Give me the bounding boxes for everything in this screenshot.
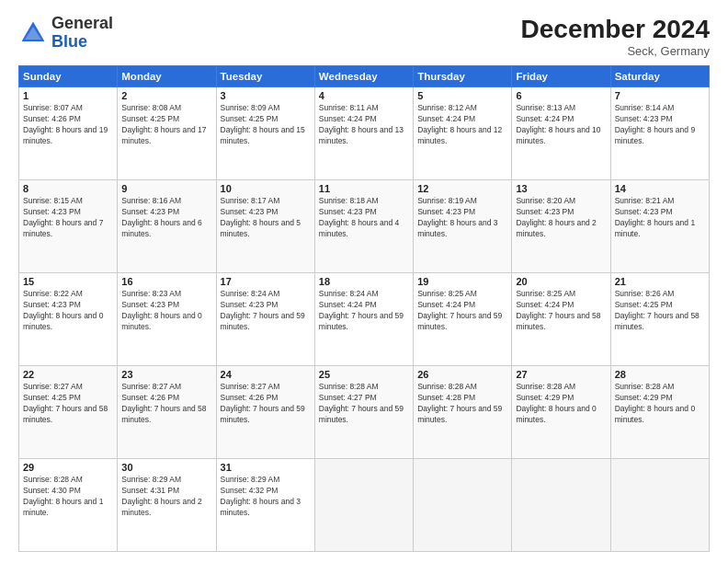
day-detail: Sunrise: 8:07 AMSunset: 4:26 PMDaylight:… — [23, 103, 113, 147]
day-detail: Sunrise: 8:28 AMSunset: 4:27 PMDaylight:… — [319, 382, 409, 426]
day-detail: Sunrise: 8:25 AMSunset: 4:24 PMDaylight:… — [516, 289, 606, 333]
day-number: 16 — [121, 276, 211, 287]
day-detail: Sunrise: 8:18 AMSunset: 4:23 PMDaylight:… — [319, 196, 409, 240]
location-subtitle: Seck, Germany — [521, 44, 710, 58]
day-number: 11 — [319, 183, 409, 194]
day-detail: Sunrise: 8:26 AMSunset: 4:25 PMDaylight:… — [615, 289, 705, 333]
day-detail: Sunrise: 8:12 AMSunset: 4:24 PMDaylight:… — [417, 103, 507, 147]
day-detail: Sunrise: 8:09 AMSunset: 4:25 PMDaylight:… — [221, 103, 311, 147]
day-number: 2 — [121, 90, 211, 101]
calendar-cell: 2 Sunrise: 8:08 AMSunset: 4:25 PMDayligh… — [118, 87, 216, 180]
day-detail: Sunrise: 8:16 AMSunset: 4:23 PMDaylight:… — [121, 196, 211, 240]
calendar-cell: 1 Sunrise: 8:07 AMSunset: 4:26 PMDayligh… — [19, 87, 118, 180]
day-detail: Sunrise: 8:28 AMSunset: 4:30 PMDaylight:… — [23, 475, 113, 519]
header: General Blue December 2024 Seck, Germany — [18, 15, 710, 58]
day-number: 26 — [417, 369, 507, 380]
col-header-monday: Monday — [118, 66, 216, 87]
day-number: 22 — [23, 369, 113, 380]
day-detail: Sunrise: 8:24 AMSunset: 4:23 PMDaylight:… — [221, 289, 311, 333]
calendar-cell: 14 Sunrise: 8:21 AMSunset: 4:23 PMDaylig… — [610, 180, 709, 273]
day-detail: Sunrise: 8:20 AMSunset: 4:23 PMDaylight:… — [516, 196, 606, 240]
day-number: 29 — [23, 462, 113, 473]
day-number: 25 — [319, 369, 409, 380]
col-header-sunday: Sunday — [19, 66, 118, 87]
day-detail: Sunrise: 8:28 AMSunset: 4:28 PMDaylight:… — [417, 382, 507, 426]
day-detail: Sunrise: 8:17 AMSunset: 4:23 PMDaylight:… — [221, 196, 311, 240]
day-number: 6 — [516, 90, 606, 101]
day-number: 31 — [221, 462, 311, 473]
day-number: 12 — [417, 183, 507, 194]
day-detail: Sunrise: 8:27 AMSunset: 4:25 PMDaylight:… — [23, 382, 113, 426]
logo-text: General Blue — [51, 15, 113, 52]
day-detail: Sunrise: 8:08 AMSunset: 4:25 PMDaylight:… — [121, 103, 211, 147]
calendar-cell: 11 Sunrise: 8:18 AMSunset: 4:23 PMDaylig… — [314, 180, 413, 273]
calendar-cell: 25 Sunrise: 8:28 AMSunset: 4:27 PMDaylig… — [314, 366, 413, 459]
col-header-saturday: Saturday — [610, 66, 709, 87]
day-number: 20 — [516, 276, 606, 287]
logo-general: General — [51, 14, 113, 32]
day-number: 27 — [516, 369, 606, 380]
day-number: 3 — [221, 90, 311, 101]
day-detail: Sunrise: 8:13 AMSunset: 4:24 PMDaylight:… — [516, 103, 606, 147]
day-detail: Sunrise: 8:23 AMSunset: 4:23 PMDaylight:… — [121, 289, 211, 333]
day-detail: Sunrise: 8:28 AMSunset: 4:29 PMDaylight:… — [516, 382, 606, 426]
calendar-header-row: SundayMondayTuesdayWednesdayThursdayFrid… — [19, 66, 710, 87]
calendar-cell — [414, 459, 512, 552]
logo-icon — [18, 18, 48, 48]
calendar-cell: 19 Sunrise: 8:25 AMSunset: 4:24 PMDaylig… — [414, 273, 512, 366]
calendar-cell: 7 Sunrise: 8:14 AMSunset: 4:23 PMDayligh… — [610, 87, 709, 180]
day-detail: Sunrise: 8:29 AMSunset: 4:32 PMDaylight:… — [221, 475, 311, 519]
calendar-cell: 3 Sunrise: 8:09 AMSunset: 4:25 PMDayligh… — [216, 87, 314, 180]
day-detail: Sunrise: 8:27 AMSunset: 4:26 PMDaylight:… — [121, 382, 211, 426]
calendar-cell — [610, 459, 709, 552]
calendar-cell: 29 Sunrise: 8:28 AMSunset: 4:30 PMDaylig… — [19, 459, 118, 552]
calendar-week-2: 8 Sunrise: 8:15 AMSunset: 4:23 PMDayligh… — [19, 180, 710, 273]
calendar-cell: 8 Sunrise: 8:15 AMSunset: 4:23 PMDayligh… — [19, 180, 118, 273]
calendar-cell: 12 Sunrise: 8:19 AMSunset: 4:23 PMDaylig… — [414, 180, 512, 273]
day-number: 30 — [121, 462, 211, 473]
day-number: 8 — [23, 183, 113, 194]
calendar-cell: 22 Sunrise: 8:27 AMSunset: 4:25 PMDaylig… — [19, 366, 118, 459]
day-detail: Sunrise: 8:14 AMSunset: 4:23 PMDaylight:… — [615, 103, 705, 147]
day-number: 15 — [23, 276, 113, 287]
title-block: December 2024 Seck, Germany — [521, 15, 710, 58]
calendar-cell: 31 Sunrise: 8:29 AMSunset: 4:32 PMDaylig… — [216, 459, 314, 552]
month-title: December 2024 — [521, 15, 710, 44]
day-detail: Sunrise: 8:21 AMSunset: 4:23 PMDaylight:… — [615, 196, 705, 240]
calendar-week-3: 15 Sunrise: 8:22 AMSunset: 4:23 PMDaylig… — [19, 273, 710, 366]
day-number: 24 — [221, 369, 311, 380]
calendar-cell — [314, 459, 413, 552]
day-detail: Sunrise: 8:19 AMSunset: 4:23 PMDaylight:… — [417, 196, 507, 240]
day-number: 23 — [121, 369, 211, 380]
day-detail: Sunrise: 8:25 AMSunset: 4:24 PMDaylight:… — [417, 289, 507, 333]
day-number: 7 — [615, 90, 705, 101]
calendar-cell: 13 Sunrise: 8:20 AMSunset: 4:23 PMDaylig… — [512, 180, 610, 273]
day-detail: Sunrise: 8:24 AMSunset: 4:24 PMDaylight:… — [319, 289, 409, 333]
day-detail: Sunrise: 8:22 AMSunset: 4:23 PMDaylight:… — [23, 289, 113, 333]
day-number: 1 — [23, 90, 113, 101]
calendar-cell: 4 Sunrise: 8:11 AMSunset: 4:24 PMDayligh… — [314, 87, 413, 180]
day-number: 5 — [417, 90, 507, 101]
day-detail: Sunrise: 8:11 AMSunset: 4:24 PMDaylight:… — [319, 103, 409, 147]
calendar-cell: 26 Sunrise: 8:28 AMSunset: 4:28 PMDaylig… — [414, 366, 512, 459]
col-header-thursday: Thursday — [414, 66, 512, 87]
calendar-cell: 5 Sunrise: 8:12 AMSunset: 4:24 PMDayligh… — [414, 87, 512, 180]
day-number: 14 — [615, 183, 705, 194]
calendar-cell — [512, 459, 610, 552]
day-number: 21 — [615, 276, 705, 287]
calendar-week-4: 22 Sunrise: 8:27 AMSunset: 4:25 PMDaylig… — [19, 366, 710, 459]
calendar-cell: 30 Sunrise: 8:29 AMSunset: 4:31 PMDaylig… — [118, 459, 216, 552]
logo-blue: Blue — [51, 32, 87, 51]
col-header-tuesday: Tuesday — [216, 66, 314, 87]
day-detail: Sunrise: 8:28 AMSunset: 4:29 PMDaylight:… — [615, 382, 705, 426]
calendar-week-5: 29 Sunrise: 8:28 AMSunset: 4:30 PMDaylig… — [19, 459, 710, 552]
col-header-friday: Friday — [512, 66, 610, 87]
day-number: 13 — [516, 183, 606, 194]
day-number: 18 — [319, 276, 409, 287]
day-detail: Sunrise: 8:29 AMSunset: 4:31 PMDaylight:… — [121, 475, 211, 519]
day-number: 10 — [221, 183, 311, 194]
calendar-cell: 10 Sunrise: 8:17 AMSunset: 4:23 PMDaylig… — [216, 180, 314, 273]
calendar-table: SundayMondayTuesdayWednesdayThursdayFrid… — [18, 65, 710, 552]
calendar-week-1: 1 Sunrise: 8:07 AMSunset: 4:26 PMDayligh… — [19, 87, 710, 180]
calendar-cell: 16 Sunrise: 8:23 AMSunset: 4:23 PMDaylig… — [118, 273, 216, 366]
